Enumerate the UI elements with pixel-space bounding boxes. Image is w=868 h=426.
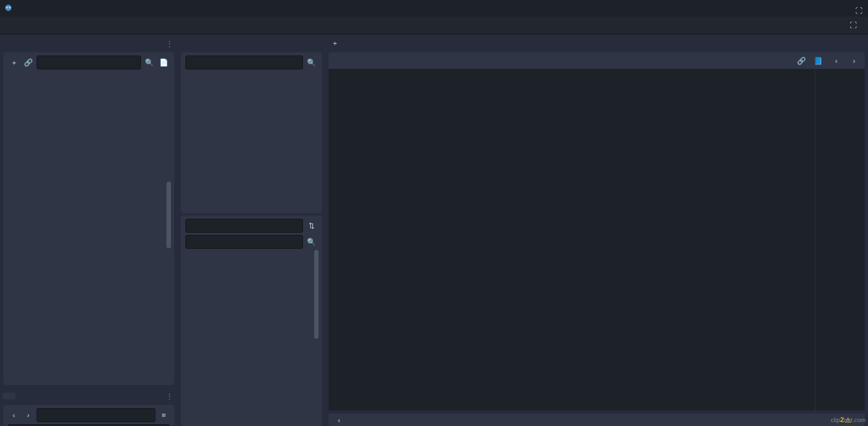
script-tabbar: ＋ ⛶	[325, 34, 868, 52]
code-editor[interactable]	[329, 69, 865, 410]
scrollbar-thumb[interactable]	[314, 250, 319, 339]
dock-options-icon[interactable]: ⋮	[166, 392, 173, 400]
attach-script-button[interactable]: 📄	[158, 57, 170, 69]
minimap[interactable]	[815, 69, 865, 410]
svg-point-0	[5, 4, 12, 11]
online-docs-link[interactable]: 🔗	[797, 57, 808, 65]
nav-back-button[interactable]: ‹	[8, 409, 20, 422]
nav-back-button[interactable]: ‹	[830, 54, 842, 67]
godot-logo-icon	[4, 4, 12, 13]
fs-path-input[interactable]	[37, 408, 155, 422]
watermark: clip2net.com	[831, 415, 866, 424]
scrollbar-thumb[interactable]	[166, 182, 171, 248]
filter-scripts-input[interactable]	[185, 56, 303, 69]
fs-options-icon[interactable]: ≡	[158, 409, 170, 422]
tab-filesystem[interactable]	[2, 393, 16, 399]
new-tab-button[interactable]: ＋	[329, 37, 341, 49]
expand-icon[interactable]: ⛶	[847, 19, 859, 32]
dock-options-icon[interactable]: ⋮	[166, 39, 173, 48]
svg-point-3	[7, 7, 7, 7]
instance-scene-button[interactable]: 🔗	[22, 57, 34, 69]
code-menubar: 🔗 📘 ‹ ›	[329, 52, 865, 69]
titlebar	[0, 0, 868, 17]
filter-methods-input[interactable]	[185, 235, 303, 249]
method-header-input[interactable]	[185, 219, 303, 233]
add-node-button[interactable]: ＋	[8, 57, 20, 69]
nav-forward-button[interactable]: ›	[848, 54, 860, 67]
search-icon[interactable]: 🔍	[143, 57, 155, 69]
main-menubar: ⛶	[0, 17, 868, 34]
sort-icon[interactable]: ⇅	[305, 220, 317, 232]
search-icon[interactable]: 🔍	[305, 236, 317, 248]
scene-tabbar: ⋮	[0, 34, 178, 52]
search-help-link[interactable]: 📘	[814, 57, 825, 65]
svg-point-4	[9, 7, 10, 7]
filesystem-tabbar: ⋮	[0, 387, 178, 405]
distraction-free-icon[interactable]: ⛶	[852, 4, 865, 17]
nav-forward-button[interactable]: ›	[22, 409, 34, 422]
search-icon[interactable]: 🔍	[305, 57, 317, 69]
scroll-left-icon[interactable]: ‹	[333, 414, 345, 426]
filter-nodes-input[interactable]	[37, 56, 141, 69]
